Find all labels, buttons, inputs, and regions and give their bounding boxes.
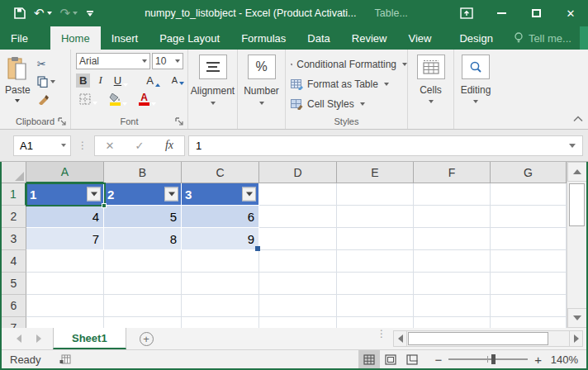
tab-view[interactable]: View (397, 26, 442, 50)
cell-f2[interactable] (414, 206, 491, 228)
sheet-bar-splitter[interactable]: ⋮ (377, 328, 386, 349)
cell-f3[interactable] (414, 228, 491, 250)
enter-entry-button[interactable]: ✓ (125, 140, 154, 152)
cell-f6[interactable] (414, 295, 491, 317)
cell-b7[interactable] (104, 317, 182, 328)
format-painter-button[interactable] (37, 93, 55, 105)
cell-g6[interactable] (491, 295, 567, 317)
formula-input[interactable]: 1 (188, 135, 583, 156)
column-header-f[interactable]: F (414, 162, 491, 183)
cell-e3[interactable] (337, 228, 414, 250)
scroll-right-button[interactable] (569, 330, 583, 347)
cell-c5[interactable] (182, 273, 259, 295)
font-color-dropdown-arrow[interactable] (151, 102, 156, 106)
undo-button[interactable]: ↶ (31, 6, 55, 21)
cell-c3[interactable]: 9 (182, 228, 259, 250)
cell-a1[interactable]: 1 (26, 183, 104, 206)
cell-b6[interactable] (104, 295, 182, 317)
row-header-6[interactable]: 6 (2, 295, 26, 317)
underline-dropdown-arrow[interactable] (123, 83, 128, 87)
save-button[interactable] (12, 7, 28, 19)
copy-dropdown-arrow[interactable] (50, 80, 55, 83)
zoom-slider[interactable] (448, 358, 528, 360)
copy-button[interactable] (37, 76, 55, 88)
redo-button[interactable]: ↷ (58, 6, 81, 21)
close-button[interactable]: ✕ (553, 0, 588, 26)
cell-f4[interactable] (414, 250, 491, 273)
conditional-formatting-button[interactable]: Conditional Formatting (291, 55, 407, 74)
cell-d3[interactable] (259, 228, 337, 250)
cell-b2[interactable]: 5 (104, 206, 182, 228)
insert-function-button[interactable]: fx (154, 139, 184, 152)
cell-d4[interactable] (259, 250, 337, 273)
scroll-up-button[interactable] (567, 162, 586, 182)
column-header-b[interactable]: B (104, 162, 182, 183)
cancel-entry-button[interactable]: ✕ (95, 140, 125, 152)
fill-handle[interactable] (102, 203, 107, 208)
expand-formula-bar-arrow[interactable] (569, 144, 576, 148)
font-color-button[interactable]: A (135, 92, 159, 107)
underline-button[interactable]: U (111, 74, 131, 88)
decrease-font-button[interactable]: A (168, 74, 187, 86)
cell-c1[interactable]: 3 (182, 183, 259, 206)
cell-c6[interactable] (182, 295, 259, 317)
row-header-2[interactable]: 2 (2, 206, 26, 228)
column-header-c[interactable]: C (182, 162, 259, 183)
borders-button[interactable] (76, 92, 101, 106)
cell-c4[interactable] (182, 250, 259, 273)
increase-font-button[interactable]: A (143, 74, 164, 88)
cell-g2[interactable] (491, 206, 567, 228)
record-macro-button[interactable] (59, 354, 71, 365)
filter-button-c1[interactable] (242, 187, 256, 202)
column-header-e[interactable]: E (337, 162, 414, 183)
formula-bar-splitter[interactable]: ⋮ (78, 140, 88, 151)
zoom-in-button[interactable]: + (534, 353, 542, 367)
fill-color-button[interactable] (106, 92, 130, 107)
table-resize-handle[interactable] (255, 246, 260, 251)
cell-d2[interactable] (259, 206, 337, 228)
cell-f7[interactable] (414, 317, 491, 328)
cell-a7[interactable] (26, 317, 104, 328)
format-as-table-button[interactable]: Format as Table (291, 74, 407, 94)
new-sheet-button[interactable]: + (140, 328, 154, 349)
alignment-dropdown-arrow[interactable] (211, 102, 216, 105)
next-sheet-button[interactable] (36, 334, 41, 343)
tab-design[interactable]: Design (448, 26, 503, 50)
font-size-combo[interactable]: 10 (152, 53, 183, 69)
cell-g1[interactable] (491, 183, 567, 206)
cell-d5[interactable] (259, 273, 337, 295)
horizontal-scroll-track[interactable] (407, 330, 569, 347)
cell-a4[interactable] (26, 250, 104, 273)
name-box-dropdown-arrow[interactable] (61, 144, 66, 147)
cell-d6[interactable] (259, 295, 337, 317)
maximize-button[interactable] (519, 0, 553, 26)
cells-button[interactable] (417, 55, 445, 79)
row-header-1[interactable]: 1 (2, 183, 26, 206)
clipboard-dialog-launcher[interactable] (58, 117, 67, 126)
page-layout-view-button[interactable] (380, 350, 401, 368)
vertical-scroll-thumb[interactable] (569, 183, 585, 226)
paste-dropdown-arrow[interactable] (15, 99, 20, 102)
collapse-ribbon-button[interactable] (573, 111, 583, 126)
tab-review[interactable]: Review (341, 26, 398, 50)
horizontal-scrollbar[interactable] (393, 330, 583, 347)
redo-dropdown-arrow[interactable] (73, 12, 78, 15)
cell-e5[interactable] (337, 273, 414, 295)
column-header-a[interactable]: A (26, 162, 104, 183)
vertical-scrollbar[interactable] (567, 162, 586, 328)
zoom-slider-handle[interactable] (491, 354, 496, 364)
row-header-7[interactable]: 7 (2, 317, 26, 328)
cell-e1[interactable] (337, 183, 414, 206)
tab-insert[interactable]: Insert (101, 26, 149, 50)
editing-button[interactable] (462, 55, 490, 79)
tab-data[interactable]: Data (296, 26, 340, 50)
font-family-combo[interactable]: Arial (76, 53, 150, 69)
cell-a6[interactable] (26, 295, 104, 317)
cells-dropdown-arrow[interactable] (429, 100, 434, 103)
cell-e6[interactable] (337, 295, 414, 317)
cell-b3[interactable]: 8 (104, 228, 182, 250)
customize-qat-button[interactable] (83, 11, 97, 17)
cell-e2[interactable] (337, 206, 414, 228)
column-header-g[interactable]: G (491, 162, 567, 183)
cell-e7[interactable] (337, 317, 414, 328)
